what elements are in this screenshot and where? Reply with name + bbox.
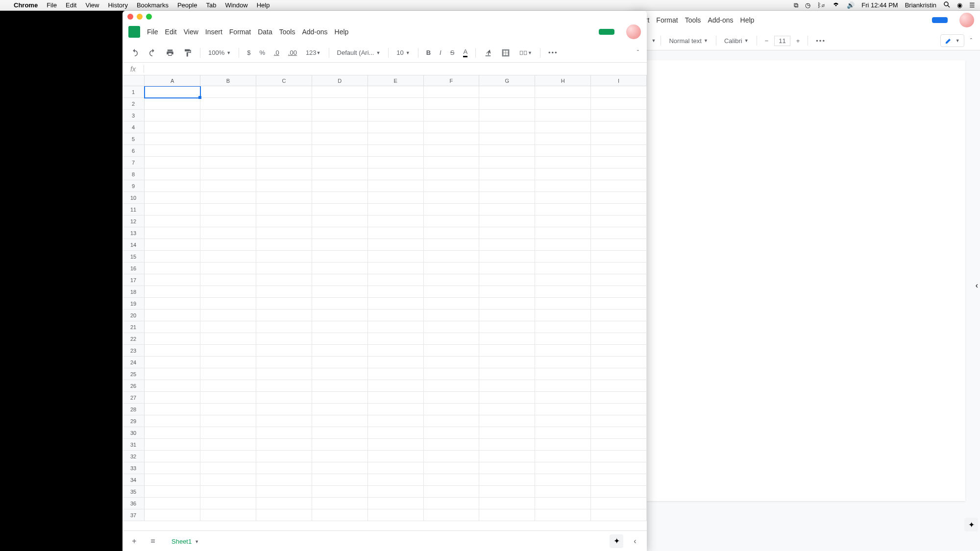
cell[interactable] [424, 216, 480, 227]
cell[interactable] [200, 157, 256, 168]
cell[interactable] [200, 239, 256, 251]
col-header[interactable]: F [424, 75, 480, 86]
cell[interactable] [312, 380, 368, 392]
col-header[interactable]: I [591, 75, 647, 86]
cell[interactable] [479, 286, 535, 298]
cell[interactable] [535, 86, 591, 98]
cell[interactable] [368, 274, 424, 286]
cell[interactable] [312, 274, 368, 286]
notification-center-icon[interactable]: ☰ [969, 1, 975, 9]
cell[interactable] [256, 251, 312, 263]
bluetooth-icon[interactable]: ᛒ⌀ [817, 1, 825, 9]
docs-more-icon[interactable]: ••• [813, 35, 829, 47]
sheets-logo-icon[interactable] [128, 26, 140, 38]
cell[interactable] [479, 157, 535, 168]
text-color-icon[interactable]: A [460, 46, 470, 59]
cell[interactable] [479, 380, 535, 392]
cell[interactable] [591, 227, 647, 239]
cell[interactable] [535, 286, 591, 298]
cell[interactable] [535, 227, 591, 239]
cell[interactable] [312, 180, 368, 192]
cell[interactable] [591, 345, 647, 357]
cell[interactable] [591, 439, 647, 451]
cell[interactable] [145, 509, 200, 521]
row-header[interactable]: 1 [122, 86, 145, 98]
cell[interactable] [312, 110, 368, 121]
cell[interactable] [479, 98, 535, 110]
cell[interactable] [256, 286, 312, 298]
cell[interactable] [424, 251, 480, 263]
timer-icon[interactable]: ◷ [805, 1, 810, 9]
cell[interactable] [591, 121, 647, 133]
docs-explore-button[interactable]: ✦ [964, 518, 978, 531]
row-header[interactable]: 23 [122, 345, 145, 357]
cell[interactable] [200, 286, 256, 298]
cell[interactable] [479, 451, 535, 462]
format-percent[interactable]: % [256, 47, 268, 58]
cell[interactable] [535, 216, 591, 227]
format-currency[interactable]: $ [244, 47, 253, 58]
cell[interactable] [479, 168, 535, 180]
cell[interactable] [424, 509, 480, 521]
cell[interactable] [479, 216, 535, 227]
row-header[interactable]: 33 [122, 462, 145, 474]
cell[interactable] [145, 157, 200, 168]
sheets-menu-addons[interactable]: Add-ons [302, 28, 327, 36]
cell[interactable] [479, 121, 535, 133]
cell[interactable] [256, 321, 312, 333]
cell[interactable] [368, 180, 424, 192]
cell[interactable] [479, 509, 535, 521]
volume-icon[interactable]: 🔊 [847, 1, 855, 9]
add-sheet-button[interactable]: + [127, 534, 141, 548]
cell[interactable] [479, 486, 535, 498]
cell[interactable] [145, 216, 200, 227]
cell[interactable] [200, 333, 256, 345]
row-header[interactable]: 8 [122, 168, 145, 180]
row-header[interactable]: 32 [122, 451, 145, 462]
clock[interactable]: Fri 12:44 PM [861, 1, 898, 9]
cell[interactable] [424, 239, 480, 251]
cell[interactable] [256, 110, 312, 121]
spotlight-icon[interactable] [943, 1, 950, 9]
menu-edit[interactable]: Edit [66, 1, 76, 9]
cell[interactable] [424, 427, 480, 439]
more-formats[interactable]: 123▼ [303, 47, 324, 58]
cell[interactable] [479, 251, 535, 263]
row-header[interactable]: 34 [122, 474, 145, 486]
cell[interactable] [424, 110, 480, 121]
dropbox-icon[interactable]: ⧉ [794, 1, 798, 9]
row-header[interactable]: 36 [122, 498, 145, 509]
cell[interactable] [200, 486, 256, 498]
row-header[interactable]: 6 [122, 145, 145, 157]
cell[interactable] [591, 321, 647, 333]
docs-sidepanel-toggle[interactable]: ‹ [976, 281, 978, 290]
cell[interactable] [256, 392, 312, 404]
cell[interactable] [145, 380, 200, 392]
cell[interactable] [368, 486, 424, 498]
row-header[interactable]: 7 [122, 157, 145, 168]
cell[interactable] [424, 168, 480, 180]
cell[interactable] [591, 368, 647, 380]
cell[interactable] [479, 263, 535, 274]
cell[interactable] [368, 498, 424, 509]
cell[interactable] [424, 121, 480, 133]
cell[interactable] [535, 204, 591, 216]
cell[interactable] [145, 145, 200, 157]
docs-menu-help[interactable]: Help [740, 16, 755, 24]
cell[interactable] [145, 427, 200, 439]
cell[interactable] [256, 357, 312, 368]
cell[interactable] [368, 357, 424, 368]
cell[interactable] [368, 333, 424, 345]
cell[interactable] [368, 392, 424, 404]
collapse-toolbar-icon[interactable]: ˆ [634, 47, 642, 58]
cell[interactable] [535, 180, 591, 192]
cell[interactable] [591, 462, 647, 474]
maximize-window-icon[interactable] [146, 14, 152, 20]
cell[interactable] [200, 427, 256, 439]
menu-people[interactable]: People [177, 1, 197, 9]
docs-canvas[interactable] [632, 50, 980, 551]
cell[interactable] [145, 368, 200, 380]
cell[interactable] [424, 486, 480, 498]
cell[interactable] [200, 451, 256, 462]
row-header[interactable]: 30 [122, 427, 145, 439]
